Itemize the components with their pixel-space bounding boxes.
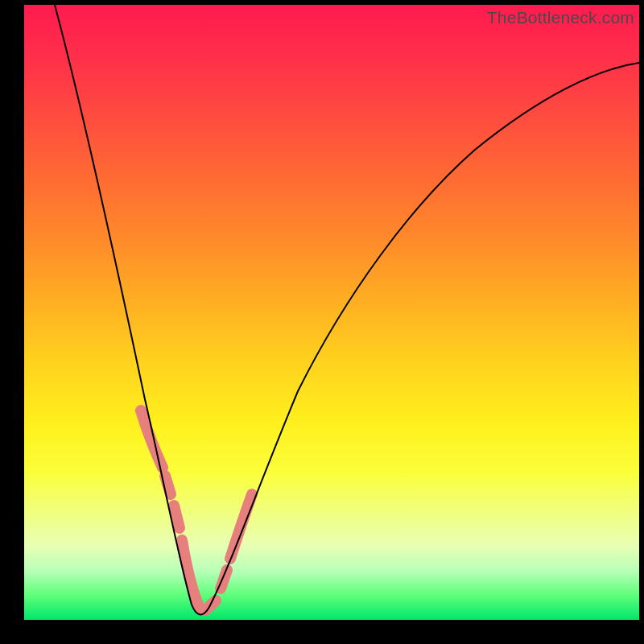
highlight-seg-7 — [230, 494, 252, 559]
highlight-seg-1 — [141, 411, 163, 468]
bottleneck-curve — [55, 5, 639, 614]
chart-frame: TheBottleneck.com — [0, 0, 644, 644]
highlight-seg-3 — [174, 506, 180, 528]
plot-area: TheBottleneck.com — [24, 5, 639, 620]
highlight-segments — [141, 411, 252, 610]
curve-layer — [24, 5, 639, 620]
